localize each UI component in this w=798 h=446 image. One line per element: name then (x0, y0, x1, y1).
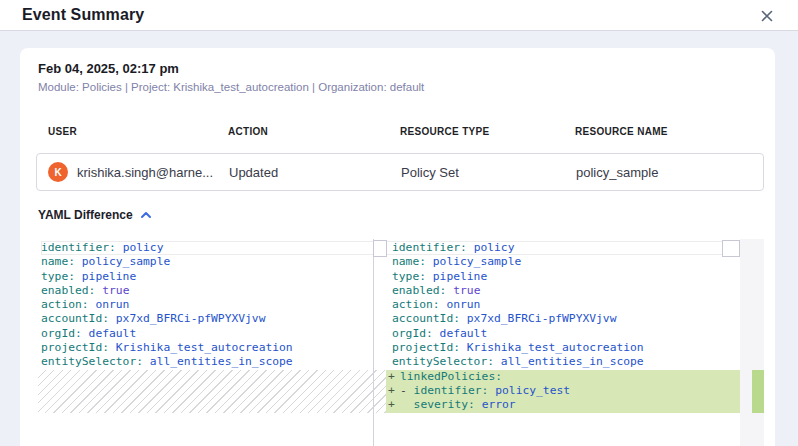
diff-added-line: + severity: error (386, 398, 740, 412)
user-cell: krishika.singh@harne... (77, 154, 213, 190)
code-line: identifier: policy (386, 241, 740, 255)
diff-placeholder-hatch (38, 370, 386, 413)
code-line: name: policy_sample (41, 255, 386, 269)
event-meta: Module: Policies | Project: Krishika_tes… (38, 81, 424, 93)
modal-header: Event Summary (0, 0, 798, 31)
overview-ruler-added-mark (752, 370, 764, 413)
code-line: orgId: default (41, 327, 386, 341)
code-line: enabled: true (386, 284, 740, 298)
event-timestamp: Feb 04, 2025, 02:17 pm (38, 61, 179, 76)
code-line: orgId: default (386, 327, 740, 341)
yaml-diff-viewer: identifier: policyname: policy_sampletyp… (36, 239, 764, 446)
column-header-resource-name: RESOURCE NAME (575, 126, 668, 137)
code-line: accountId: px7xd_BFRCi-pfWPYXVjvw (41, 312, 386, 326)
left-scrollbar-thumb[interactable] (373, 240, 387, 257)
column-header-user: USER (48, 126, 77, 137)
chevron-up-icon (140, 211, 152, 219)
diff-original-code: identifier: policyname: policy_sampletyp… (36, 239, 386, 370)
diff-original-pane[interactable]: identifier: policyname: policy_sampletyp… (36, 239, 386, 446)
code-line: action: onrun (386, 298, 740, 312)
code-line: projectId: Krishika_test_autocreation (41, 341, 386, 355)
code-line: action: onrun (41, 298, 386, 312)
code-line: projectId: Krishika_test_autocreation (386, 341, 740, 355)
table-row: K krishika.singh@harne... Updated Policy… (36, 153, 764, 191)
yaml-difference-toggle[interactable]: YAML Difference (38, 208, 152, 222)
yaml-difference-label: YAML Difference (38, 208, 133, 222)
diff-pane-divider (373, 239, 374, 446)
resource-type-cell: Policy Set (401, 154, 459, 190)
column-header-action: ACTION (228, 126, 268, 137)
code-line: name: policy_sample (386, 255, 740, 269)
code-line: enabled: true (41, 284, 386, 298)
close-button[interactable] (758, 7, 776, 25)
column-header-resource-type: RESOURCE TYPE (400, 126, 489, 137)
diff-add-marker-icon: + (388, 370, 395, 384)
avatar: K (48, 162, 68, 182)
code-line: type: pipeline (41, 270, 386, 284)
diff-modified-pane[interactable]: identifier: policyname: policy_sampletyp… (386, 239, 740, 446)
diff-modified-code: identifier: policyname: policy_sampletyp… (386, 239, 740, 413)
resource-name-cell: policy_sample (576, 154, 658, 190)
code-line: type: pipeline (386, 270, 740, 284)
modal-body: Feb 04, 2025, 02:17 pm Module: Policies … (0, 31, 798, 446)
diff-add-marker-icon: + (388, 398, 395, 412)
diff-overview-ruler[interactable] (740, 239, 764, 446)
code-line: entitySelector: all_entities_in_scope (386, 355, 740, 369)
diff-added-line: +- identifier: policy_test (386, 384, 740, 398)
code-line: identifier: policy (41, 241, 386, 255)
event-card: Feb 04, 2025, 02:17 pm Module: Policies … (20, 48, 775, 446)
close-icon (761, 10, 773, 22)
right-scrollbar-thumb[interactable] (722, 240, 740, 257)
diff-added-line: +linkedPolicies: (386, 370, 740, 384)
code-line: entitySelector: all_entities_in_scope (41, 355, 386, 369)
page-title: Event Summary (22, 6, 144, 24)
code-line: accountId: px7xd_BFRCi-pfWPYXVjvw (386, 312, 740, 326)
diff-add-marker-icon: + (388, 384, 395, 398)
action-cell: Updated (229, 154, 278, 190)
